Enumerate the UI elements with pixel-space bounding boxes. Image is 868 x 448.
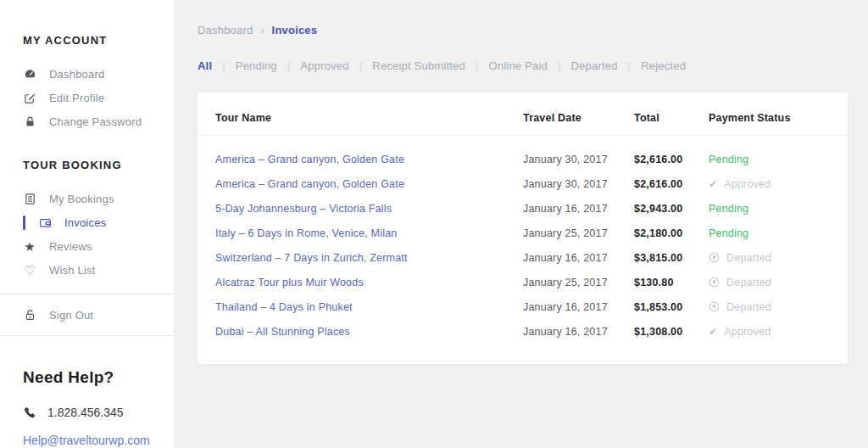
total-amount: $2,943.00 xyxy=(634,203,709,215)
sidebar-item-my-bookings[interactable]: My Bookings xyxy=(0,187,174,210)
table-row: Dubai – All Stunning PlacesJanuary 16, 2… xyxy=(198,319,848,344)
status-badge: Departed xyxy=(709,301,830,313)
help-email-link[interactable]: Help@traveltourwp.com xyxy=(23,434,150,447)
wallet-icon xyxy=(38,216,52,229)
sidebar-item-wish-list[interactable]: ♡Wish List xyxy=(0,258,174,282)
breadcrumb-current: Invoices xyxy=(272,24,318,36)
help-phone-number: 1.828.456.345 xyxy=(47,406,124,419)
column-header-total: Total xyxy=(634,112,709,124)
status-label: Approved xyxy=(724,178,771,190)
table-row: America – Grand canyon, Golden GateJanua… xyxy=(198,147,848,171)
travel-date: January 30, 2017 xyxy=(523,178,634,190)
status-label: Approved xyxy=(724,326,771,338)
departed-icon xyxy=(709,252,720,263)
table-body: America – Grand canyon, Golden GateJanua… xyxy=(198,136,848,344)
sidebar-item-label: Change Password xyxy=(49,115,142,128)
sidebar-item-label: Invoices xyxy=(64,216,106,229)
sidebar-item-label: Edit Profile xyxy=(49,92,104,104)
tab-rejected[interactable]: Rejected xyxy=(641,59,686,72)
tab-separator: | xyxy=(359,59,363,72)
status-badge: Departed xyxy=(709,252,830,264)
table-row: Italy – 6 Days in Rome, Venice, MilanJan… xyxy=(198,221,848,245)
table-row: Alcatraz Tour plus Muir WoodsJanuary 25,… xyxy=(198,270,848,294)
edit-icon xyxy=(23,91,36,104)
breadcrumb-separator-icon: › xyxy=(260,25,264,36)
sidebar-item-edit-profile[interactable]: Edit Profile xyxy=(0,86,174,109)
column-header-tour-name: Tour Name xyxy=(215,112,523,124)
invoices-card: Tour NameTravel DateTotalPayment Status … xyxy=(198,92,848,364)
table-row: America – Grand canyon, Golden GateJanua… xyxy=(198,171,848,196)
sidebar-item-label: Wish List xyxy=(49,264,96,277)
status-badge: Pending xyxy=(709,154,830,165)
tab-online-paid[interactable]: Online Paid xyxy=(489,59,548,72)
tour-name-link[interactable]: 5-Day Johannesburg – Victoria Falls xyxy=(215,203,523,215)
departed-icon xyxy=(709,277,720,288)
check-icon: ✔ xyxy=(709,326,717,338)
help-title: Need Help? xyxy=(23,368,174,387)
tour-name-link[interactable]: Italy – 6 Days in Rome, Venice, Milan xyxy=(215,227,523,239)
sidebar-item-sign-out[interactable]: Sign Out xyxy=(0,306,174,323)
total-amount: $1,853.00 xyxy=(634,301,709,313)
sidebar-item-dashboard[interactable]: Dashboard xyxy=(0,62,174,86)
total-amount: $2,180.00 xyxy=(634,227,709,239)
column-header-travel-date: Travel Date xyxy=(523,112,634,124)
tab-departed[interactable]: Departed xyxy=(571,59,618,72)
tab-separator: | xyxy=(558,59,561,72)
status-label: Pending xyxy=(709,227,748,239)
tour-name-link[interactable]: Thailand – 4 Days in Phuket xyxy=(215,301,523,313)
tour-name-link[interactable]: Dubai – All Stunning Places xyxy=(215,326,523,338)
sidebar-section-heading: MY ACCOUNT xyxy=(0,34,174,47)
departed-icon xyxy=(709,301,720,312)
table-row: 5-Day Johannesburg – Victoria FallsJanua… xyxy=(198,196,848,221)
tab-separator: | xyxy=(222,59,225,72)
check-icon: ✔ xyxy=(709,178,717,190)
phone-icon xyxy=(23,406,36,419)
sidebar-item-reviews[interactable]: ★Reviews xyxy=(0,234,174,258)
tab-receipt-submitted[interactable]: Receipt Submitted xyxy=(372,59,465,72)
travel-date: January 25, 2017 xyxy=(523,277,634,288)
sidebar-item-label: Reviews xyxy=(49,240,92,253)
unlock-icon xyxy=(23,308,36,322)
table-header: Tour NameTravel DateTotalPayment Status xyxy=(198,92,848,136)
sidebar-item-invoices[interactable]: Invoices xyxy=(0,210,174,234)
tour-name-link[interactable]: Switzerland – 7 Days in Zurich, Zermatt xyxy=(215,252,523,264)
status-badge: ✔Approved xyxy=(709,326,830,338)
travel-date: January 16, 2017 xyxy=(523,252,634,264)
travel-date: January 25, 2017 xyxy=(523,227,634,239)
total-amount: $130.80 xyxy=(634,277,709,288)
table-row: Thailand – 4 Days in PhuketJanuary 16, 2… xyxy=(198,294,848,319)
tour-name-link[interactable]: America – Grand canyon, Golden Gate xyxy=(215,154,523,165)
status-badge: Pending xyxy=(709,227,830,239)
total-amount: $2,616.00 xyxy=(634,178,709,190)
star-icon: ★ xyxy=(23,239,36,253)
status-label: Pending xyxy=(709,203,748,215)
help-block: Need Help? 1.828.456.345 Help@traveltour… xyxy=(0,368,174,448)
tab-all[interactable]: All xyxy=(198,59,212,72)
tab-separator: | xyxy=(287,59,291,72)
help-phone: 1.828.456.345 xyxy=(23,406,174,419)
heart-icon: ♡ xyxy=(23,263,36,277)
total-amount: $1,308.00 xyxy=(634,326,709,338)
tab-approved[interactable]: Approved xyxy=(300,59,348,72)
table-row: Switzerland – 7 Days in Zurich, ZermattJ… xyxy=(198,245,848,270)
status-label: Departed xyxy=(726,277,771,288)
tour-name-link[interactable]: Alcatraz Tour plus Muir Woods xyxy=(215,277,523,288)
status-label: Departed xyxy=(726,252,771,264)
sidebar-item-label: Dashboard xyxy=(49,68,104,81)
breadcrumb-dashboard[interactable]: Dashboard xyxy=(198,24,253,36)
travel-date: January 16, 2017 xyxy=(523,326,634,338)
tab-separator: | xyxy=(476,59,479,72)
sidebar-section-heading: TOUR BOOKING xyxy=(0,159,174,171)
tour-name-link[interactable]: America – Grand canyon, Golden Gate xyxy=(215,178,523,190)
status-badge: Departed xyxy=(709,277,830,288)
sidebar-item-label: My Bookings xyxy=(49,193,114,205)
status-badge: ✔Approved xyxy=(709,178,830,190)
travel-date: January 16, 2017 xyxy=(523,301,634,313)
tab-pending[interactable]: Pending xyxy=(236,59,277,72)
sidebar-divider-top xyxy=(0,294,174,294)
dashboard-icon xyxy=(23,67,36,81)
tab-separator: | xyxy=(628,59,632,72)
sidebar-divider-bottom xyxy=(0,335,174,336)
travel-date: January 30, 2017 xyxy=(523,154,634,165)
sidebar-item-change-password[interactable]: Change Password xyxy=(0,109,174,133)
